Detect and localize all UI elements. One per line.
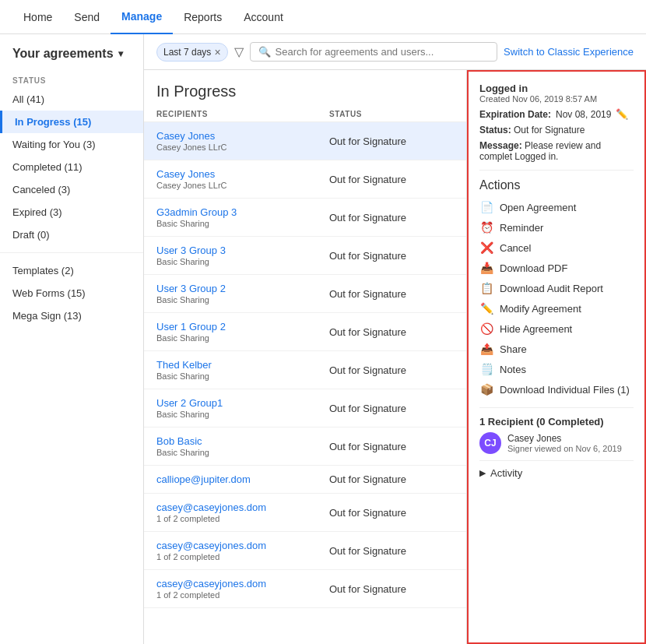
list-row[interactable]: Bob Basic Basic Sharing Out for Signatur… xyxy=(144,428,466,466)
download-files-label: Download Individual Files (1) xyxy=(500,384,630,396)
download-audit-icon: 📋 xyxy=(479,282,493,294)
row-name: calliope@jupiter.dom xyxy=(156,473,329,485)
row-status: Out for Signature xyxy=(329,473,454,485)
row-recipient: casey@caseyjones.dom 1 of 2 completed xyxy=(156,501,329,523)
activity-label: Activity xyxy=(490,467,522,479)
list-row[interactable]: casey@caseyjones.dom 1 of 2 completed Ou… xyxy=(144,494,466,532)
action-hide[interactable]: 🚫 Hide Agreement xyxy=(479,318,634,339)
row-org: Casey Jones LLrC xyxy=(156,143,329,152)
row-recipient: Casey Jones Casey Jones LLrC xyxy=(156,130,329,152)
action-reminder[interactable]: ⏰ Reminder xyxy=(479,217,634,238)
list-row[interactable]: Thed Kelber Basic Sharing Out for Signat… xyxy=(144,351,466,389)
activity-row[interactable]: ▶ Activity xyxy=(479,460,634,485)
search-box: 🔍 xyxy=(250,42,498,62)
edit-icon[interactable]: ✏️ xyxy=(616,108,628,120)
list-row[interactable]: User 2 Group1 Basic Sharing Out for Sign… xyxy=(144,389,466,428)
sidebar-item-draft[interactable]: Draft (0) xyxy=(0,223,143,246)
sidebar-item-in-progress[interactable]: In Progress (15) xyxy=(0,111,143,133)
actions-container: 📄 Open Agreement ⏰ Reminder ❌ Cancel 📥 D… xyxy=(479,197,634,399)
row-recipient: User 3 Group 3 Basic Sharing xyxy=(156,245,329,266)
row-recipient: Bob Basic Basic Sharing xyxy=(156,435,329,457)
action-share[interactable]: 📤 Share xyxy=(479,339,634,359)
chevron-down-icon: ▾ xyxy=(118,48,123,59)
nav-manage[interactable]: Manage xyxy=(111,0,173,34)
col-header-recipients: RECIPIENTS xyxy=(156,110,329,118)
toolbar: Last 7 days × ▽ 🔍 Switch to Classic Expe… xyxy=(144,34,646,70)
filter-chip[interactable]: Last 7 days × xyxy=(156,43,228,62)
list-row[interactable]: Casey Jones Casey Jones LLrC Out for Sig… xyxy=(144,122,466,160)
nav-account[interactable]: Account xyxy=(233,0,294,34)
modify-label: Modify Agreement xyxy=(500,303,581,315)
row-recipient: G3admin Group 3 Basic Sharing xyxy=(156,206,329,228)
action-download-files[interactable]: 📦 Download Individual Files (1) xyxy=(479,379,634,399)
download-pdf-icon: 📥 xyxy=(479,262,493,274)
nav-home[interactable]: Home xyxy=(12,0,63,34)
recipient-note: Signer viewed on Nov 6, 2019 xyxy=(507,444,622,453)
action-cancel[interactable]: ❌ Cancel xyxy=(479,238,634,258)
row-status: Out for Signature xyxy=(329,545,454,557)
hide-icon: 🚫 xyxy=(479,322,493,335)
open-label: Open Agreement xyxy=(500,202,576,213)
row-status: Out for Signature xyxy=(329,174,454,185)
row-org: Basic Sharing xyxy=(156,410,329,419)
row-name: casey@caseyjones.dom xyxy=(156,540,329,551)
list-row[interactable]: Casey Jones Casey Jones LLrC Out for Sig… xyxy=(144,160,466,199)
list-row[interactable]: User 3 Group 2 Basic Sharing Out for Sig… xyxy=(144,275,466,313)
filter-chip-remove[interactable]: × xyxy=(214,46,220,58)
modify-icon: ✏️ xyxy=(479,302,493,315)
list-row[interactable]: calliope@jupiter.dom Out for Signature xyxy=(144,466,466,494)
rp-status-label: Status: xyxy=(479,125,511,135)
download-files-icon: 📦 xyxy=(479,383,493,396)
row-status: Out for Signature xyxy=(329,364,454,376)
list-row[interactable]: User 1 Group 2 Basic Sharing Out for Sig… xyxy=(144,313,466,351)
chevron-right-icon: ▶ xyxy=(479,468,486,478)
sidebar-item-templates[interactable]: Templates (2) xyxy=(0,259,143,282)
nav-send[interactable]: Send xyxy=(63,0,111,34)
sidebar-item-all[interactable]: All (41) xyxy=(0,88,143,111)
sidebar-item-mega-sign[interactable]: Mega Sign (13) xyxy=(0,304,143,327)
row-recipient: casey@caseyjones.dom 1 of 2 completed xyxy=(156,578,329,600)
row-name: Casey Jones xyxy=(156,168,329,180)
sidebar-item-waiting[interactable]: Waiting for You (3) xyxy=(0,133,143,156)
action-download-pdf[interactable]: 📥 Download PDF xyxy=(479,258,634,278)
search-input[interactable] xyxy=(276,46,490,58)
list-row[interactable]: G3admin Group 3 Basic Sharing Out for Si… xyxy=(144,199,466,237)
recipient-info: Casey Jones Signer viewed on Nov 6, 2019 xyxy=(507,433,622,453)
recipient-row: CJ Casey Jones Signer viewed on Nov 6, 2… xyxy=(479,432,634,454)
rp-divider-2 xyxy=(479,407,634,408)
rp-status-value: Out for Signature xyxy=(514,125,585,135)
sidebar-item-expired[interactable]: Expired (3) xyxy=(0,201,143,223)
classic-link[interactable]: Switch to Classic Experience xyxy=(504,46,634,58)
sidebar-header[interactable]: Your agreements ▾ xyxy=(0,47,143,70)
download-pdf-label: Download PDF xyxy=(500,262,567,274)
sidebar-item-web-forms[interactable]: Web Forms (15) xyxy=(0,282,143,304)
filter-icon[interactable]: ▽ xyxy=(234,44,244,59)
row-recipient: calliope@jupiter.dom xyxy=(156,473,329,485)
row-recipient: casey@caseyjones.dom 1 of 2 completed xyxy=(156,540,329,561)
sidebar: Your agreements ▾ STATUS All (41) In Pro… xyxy=(0,34,144,644)
sidebar-section-status: STATUS xyxy=(0,70,143,88)
cancel-label: Cancel xyxy=(500,242,531,254)
row-status: Out for Signature xyxy=(329,326,454,338)
list-row[interactable]: User 3 Group 3 Basic Sharing Out for Sig… xyxy=(144,237,466,275)
sidebar-title: Your agreements xyxy=(12,47,114,61)
action-modify[interactable]: ✏️ Modify Agreement xyxy=(479,298,634,318)
filter-chip-label: Last 7 days xyxy=(163,47,211,58)
share-label: Share xyxy=(500,343,527,355)
row-status: Out for Signature xyxy=(329,583,454,595)
sidebar-item-completed[interactable]: Completed (11) xyxy=(0,156,143,178)
rp-logged-in: Logged in xyxy=(479,83,634,94)
row-name: User 2 Group1 xyxy=(156,397,329,409)
list-row[interactable]: casey@caseyjones.dom 1 of 2 completed Ou… xyxy=(144,570,466,608)
download-audit-label: Download Audit Report xyxy=(500,283,603,294)
search-icon: 🔍 xyxy=(258,46,271,58)
action-download-audit[interactable]: 📋 Download Audit Report xyxy=(479,278,634,298)
list-title: In Progress xyxy=(144,70,466,107)
main-layout: Your agreements ▾ STATUS All (41) In Pro… xyxy=(0,34,646,644)
list-row[interactable]: casey@caseyjones.dom 1 of 2 completed Ou… xyxy=(144,532,466,570)
action-notes[interactable]: 🗒️ Notes xyxy=(479,359,634,379)
nav-reports[interactable]: Reports xyxy=(173,0,233,34)
main-cols: In Progress RECIPIENTS STATUS Casey Jone… xyxy=(144,70,646,644)
action-open[interactable]: 📄 Open Agreement xyxy=(479,197,634,217)
sidebar-item-canceled[interactable]: Canceled (3) xyxy=(0,178,143,201)
